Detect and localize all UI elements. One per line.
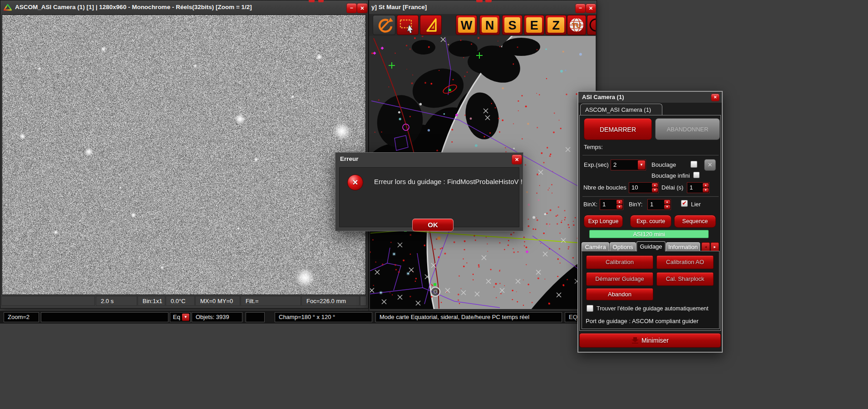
nbre-boucles-spinner[interactable]: 10 ▲▼ bbox=[629, 182, 659, 193]
status-blank-cell bbox=[246, 312, 265, 322]
compass-button[interactable] bbox=[587, 15, 596, 35]
cal-sharplock-button[interactable]: Cal. Sharplock bbox=[656, 272, 714, 286]
calibration-ao-button[interactable]: Calibration AO bbox=[656, 255, 714, 269]
spin-down-icon[interactable]: ▼ bbox=[652, 188, 658, 193]
view-south-button[interactable]: S bbox=[502, 15, 523, 35]
background-window-button-sliver bbox=[309, 0, 315, 2]
close-icon[interactable]: ✕ bbox=[357, 3, 368, 13]
background-window-button-sliver bbox=[318, 0, 324, 2]
svg-text:TU: TU bbox=[572, 21, 581, 29]
spin-up-icon[interactable]: ▲ bbox=[652, 183, 658, 188]
camera-image[interactable] bbox=[2, 15, 366, 295]
close-icon[interactable]: ✕ bbox=[711, 94, 720, 101]
sky-window-titlebar[interactable]: y] St Maur [France] – ✕ bbox=[369, 0, 597, 14]
calibration-button[interactable]: Calibration bbox=[586, 255, 653, 269]
bouclage-checkbox[interactable] bbox=[690, 161, 697, 168]
lier-label: Lier bbox=[691, 201, 701, 208]
view-west-button[interactable]: W bbox=[456, 15, 477, 35]
view-east-button[interactable]: E bbox=[524, 15, 544, 35]
asi-panel-content: DEMARRER ABANDONNER Temps: Exp.(sec) 2 ▼… bbox=[579, 115, 721, 331]
binx-spinner[interactable]: 1 ▲▼ bbox=[600, 199, 623, 210]
status-cell-blank bbox=[1, 296, 95, 306]
sequence-button[interactable]: Sequence bbox=[674, 215, 716, 228]
exp-longue-button[interactable]: Exp Longue bbox=[584, 215, 623, 228]
find-star-label: Trouver l'étoile de guidage automatiquem… bbox=[597, 305, 709, 312]
biny-value: 1 bbox=[648, 200, 664, 209]
nbre-boucles-value: 10 bbox=[629, 183, 651, 193]
asi-device-tab-label: ASCOM_ASI Camera (1) bbox=[585, 106, 651, 113]
compass-icon bbox=[587, 15, 596, 35]
tab-camera[interactable]: Caméra bbox=[582, 242, 609, 251]
status-cell-focal: Foc=226.0 mm bbox=[301, 296, 360, 306]
abandon-button[interactable]: Abandon bbox=[586, 288, 653, 300]
cardinal-label: Z bbox=[547, 17, 564, 33]
selection-rectangle-icon bbox=[397, 15, 418, 35]
temps-label: Temps: bbox=[584, 144, 603, 150]
error-dialog-title: Erreur bbox=[340, 153, 359, 165]
view-north-button[interactable]: N bbox=[479, 15, 500, 35]
universal-time-button[interactable]: TU bbox=[567, 15, 586, 35]
chevron-down-icon[interactable]: ▼ bbox=[638, 160, 645, 170]
minimiser-button[interactable]: Minimiser bbox=[579, 333, 721, 348]
select-region-button[interactable] bbox=[397, 15, 419, 35]
status-cell-mxmy: MX=0 MY=0 bbox=[195, 296, 240, 306]
coordinate-mode-dropdown[interactable]: Eq ▼ bbox=[170, 312, 191, 322]
spin-up-icon[interactable]: ▲ bbox=[664, 200, 670, 204]
separator bbox=[582, 155, 719, 155]
sky-toolbar: W N S E Z TU bbox=[369, 14, 597, 36]
tab-guidage[interactable]: Guidage bbox=[636, 241, 666, 251]
abandonner-button[interactable]: ABANDONNER bbox=[655, 118, 720, 140]
asi-camera-panel: ASI Camera (1) ✕ ASCOM_ASI Camera (1) DE… bbox=[577, 91, 723, 353]
chevron-down-icon[interactable]: ▼ bbox=[182, 314, 189, 321]
exp-courte-button[interactable]: Exp. courte bbox=[630, 215, 671, 228]
nbre-boucles-label: Nbre de boucles bbox=[583, 184, 626, 191]
spin-down-icon[interactable]: ▼ bbox=[703, 188, 709, 193]
status-cell-exposure: 2.0 s bbox=[96, 296, 137, 306]
spin-up-icon[interactable]: ▲ bbox=[616, 200, 622, 204]
tab-information[interactable]: Information bbox=[666, 242, 700, 251]
status-cell-binning: Bin:1x1 bbox=[138, 296, 165, 306]
binx-value: 1 bbox=[600, 200, 616, 209]
error-dialog: Erreur ✕ ✕ Erreur lors du guidage : Find… bbox=[335, 152, 523, 231]
tab-scroll-right[interactable]: ▸ bbox=[710, 242, 719, 252]
background-window-button-sliver bbox=[476, 0, 483, 2]
zoom-status: Zoom=2 bbox=[4, 312, 39, 322]
minimize-icon[interactable]: – bbox=[346, 3, 357, 13]
app-icon bbox=[4, 4, 12, 11]
biny-spinner[interactable]: 1 ▲▼ bbox=[647, 199, 671, 210]
delai-spinner[interactable]: 1 ▲▼ bbox=[687, 182, 710, 193]
tab-scroll-left[interactable]: ◂ bbox=[701, 242, 710, 252]
ok-button[interactable]: OK bbox=[412, 219, 454, 231]
spin-down-icon[interactable]: ▼ bbox=[664, 205, 670, 209]
bouclage-infini-checkbox[interactable] bbox=[693, 172, 700, 178]
bouclage-label: Bouclage bbox=[651, 161, 676, 168]
view-zenith-button[interactable]: Z bbox=[545, 15, 567, 35]
close-icon[interactable]: ✕ bbox=[586, 4, 596, 13]
bottom-status-bar: Zoom=2 Eq ▼ Objets: 3939 Champ=180 ° x 1… bbox=[0, 311, 596, 324]
asi-device-tab[interactable]: ASCOM_ASI Camera (1) bbox=[580, 104, 662, 115]
guidage-tab-page: Calibration Calibration AO Démarrer Guid… bbox=[582, 251, 720, 329]
lier-checkbox[interactable]: ✔ bbox=[681, 200, 688, 207]
find-star-checkbox[interactable] bbox=[587, 305, 593, 312]
stop-loop-button[interactable]: ✕ bbox=[704, 159, 716, 171]
error-dialog-titlebar[interactable]: Erreur ✕ bbox=[335, 153, 523, 166]
spin-up-icon[interactable]: ▲ bbox=[703, 183, 709, 188]
tab-options[interactable]: Options bbox=[610, 242, 636, 251]
cardinal-label: E bbox=[526, 17, 542, 33]
demarrer-guidage-button[interactable]: Démarrer Guidage bbox=[586, 272, 653, 286]
spin-down-icon[interactable]: ▼ bbox=[616, 205, 622, 209]
delai-value: 1 bbox=[687, 183, 702, 193]
demarrer-button[interactable]: DEMARRER bbox=[584, 118, 652, 140]
asi-panel-titlebar[interactable]: ASI Camera (1) ✕ bbox=[578, 92, 722, 103]
camera-window-title: ASCOM_ASI Camera (1) [1] | 1280x960 - Mo… bbox=[15, 0, 252, 14]
separator bbox=[582, 196, 719, 197]
cardinal-label: N bbox=[482, 17, 498, 33]
camera-window-titlebar[interactable]: ASCOM_ASI Camera (1) [1] | 1280x960 - Mo… bbox=[0, 0, 368, 14]
rotate-view-button[interactable] bbox=[373, 15, 395, 35]
guide-port-label: Port de guidage : ASCOM compliant guider bbox=[586, 318, 699, 324]
close-icon[interactable]: ✕ bbox=[512, 155, 522, 165]
minimize-icon[interactable]: – bbox=[575, 4, 586, 13]
error-dialog-body: ✕ Erreur lors du guidage : FindMostProba… bbox=[339, 167, 519, 227]
exp-combobox[interactable]: 2 ▼ bbox=[611, 160, 646, 170]
measure-angle-button[interactable] bbox=[420, 15, 442, 35]
